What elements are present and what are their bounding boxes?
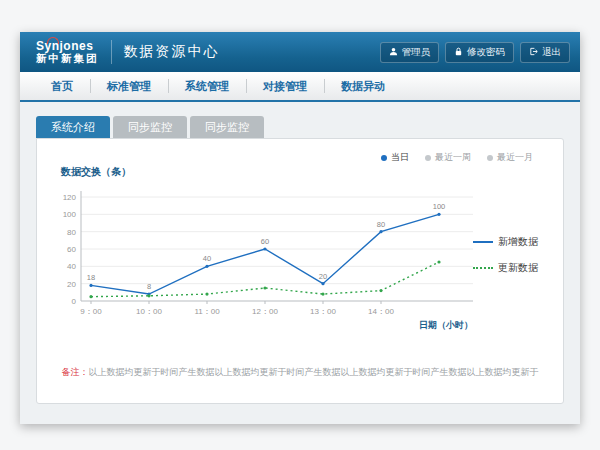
tab-sync-monitor-1[interactable]: 同步监控 [113, 116, 187, 138]
lock-icon [454, 47, 463, 58]
svg-text:80: 80 [377, 220, 385, 229]
svg-text:12：00: 12：00 [252, 307, 278, 316]
line-chart-svg: 0204060801001209：0010：0011：0012：0013：001… [51, 183, 483, 335]
dot-icon [425, 155, 431, 161]
dotted-line-icon [473, 267, 493, 269]
logo-swoosh-icon [47, 37, 59, 44]
divider [111, 40, 112, 64]
change-password-button[interactable]: 修改密码 [445, 42, 514, 63]
dot-icon [487, 155, 493, 161]
tab-sync-monitor-2[interactable]: 同步监控 [190, 116, 264, 138]
svg-text:60: 60 [261, 237, 269, 246]
filter-last-month[interactable]: 最近一月 [487, 151, 533, 164]
logout-button[interactable]: 退出 [520, 42, 570, 63]
topbar-actions: 管理员 修改密码 退出 [380, 42, 571, 63]
line-chart: 0204060801001209：0010：0011：0012：0013：001… [51, 183, 483, 335]
nav-item-data-change[interactable]: 数据异动 [324, 72, 402, 100]
filter-last-week[interactable]: 最近一周 [425, 151, 471, 164]
svg-text:120: 120 [63, 193, 77, 202]
svg-text:40: 40 [203, 254, 211, 263]
range-filters: 当日 最近一周 最近一月 [381, 151, 533, 164]
svg-text:10：00: 10：00 [136, 307, 162, 316]
svg-text:20: 20 [319, 272, 327, 281]
svg-text:18: 18 [87, 273, 95, 282]
topbar: Synjones 新中新集团 数据资源中心 管理员 修改密码 [20, 32, 580, 72]
content-area: 系统介绍 同步监控 同步监控 当日 最近一周 最近一月 数据交换（条） [20, 102, 580, 424]
svg-text:11：00: 11：00 [194, 307, 220, 316]
chart-legend: 新增数据 更新数据 [473, 235, 553, 287]
y-axis-title: 数据交换（条） [61, 165, 131, 179]
footnote-text: 以上数据均更新于时间产生数据以上数据均更新于时间产生数据以上数据均更新于时间产生… [89, 367, 539, 377]
svg-text:日期（小时）: 日期（小时） [419, 320, 473, 330]
solid-line-icon [473, 241, 493, 243]
tab-system-intro[interactable]: 系统介绍 [36, 116, 110, 138]
legend-item-updated-data: 更新数据 [473, 261, 553, 275]
footnote-prefix: 备注： [62, 367, 89, 377]
company-logo: Synjones 新中新集团 [36, 40, 99, 64]
legend-item-new-data: 新增数据 [473, 235, 553, 249]
svg-text:13：00: 13：00 [310, 307, 336, 316]
nav-item-interface-mgmt[interactable]: 对接管理 [246, 72, 324, 100]
logout-icon [529, 47, 538, 58]
page-title: 数据资源中心 [124, 43, 220, 61]
nav-item-standard-mgmt[interactable]: 标准管理 [90, 72, 168, 100]
svg-text:0: 0 [72, 297, 77, 306]
svg-text:9：00: 9：00 [80, 307, 102, 316]
tab-bar: 系统介绍 同步监控 同步监控 [36, 116, 564, 138]
svg-text:40: 40 [67, 262, 76, 271]
app-window: Synjones 新中新集团 数据资源中心 管理员 修改密码 [20, 32, 580, 424]
logo-subtext: 新中新集团 [36, 53, 99, 64]
filter-today[interactable]: 当日 [381, 151, 409, 164]
nav-item-home[interactable]: 首页 [34, 72, 90, 100]
footnote: 备注：以上数据均更新于时间产生数据以上数据均更新于时间产生数据以上数据均更新于时… [37, 366, 563, 379]
svg-text:100: 100 [433, 202, 446, 211]
svg-text:8: 8 [147, 282, 151, 291]
svg-text:80: 80 [67, 228, 76, 237]
svg-text:20: 20 [67, 280, 76, 289]
svg-text:60: 60 [67, 245, 76, 254]
nav-item-system-mgmt[interactable]: 系统管理 [168, 72, 246, 100]
main-nav: 首页 标准管理 系统管理 对接管理 数据异动 [20, 72, 580, 102]
svg-text:100: 100 [63, 210, 77, 219]
user-icon [389, 47, 398, 58]
logo-text: Synjones [36, 40, 99, 53]
dot-icon [381, 155, 387, 161]
admin-button[interactable]: 管理员 [380, 42, 440, 63]
svg-text:14：00: 14：00 [368, 307, 394, 316]
chart-panel: 当日 最近一周 最近一月 数据交换（条） 0204060801001209：00… [36, 138, 564, 404]
